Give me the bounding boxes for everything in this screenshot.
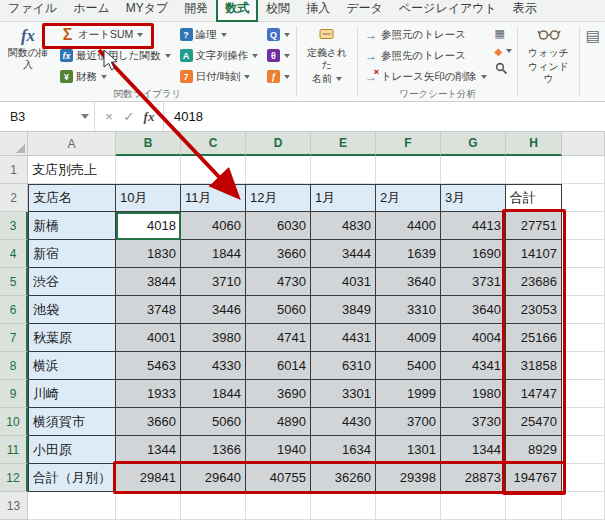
column-header-E[interactable]: E <box>311 132 376 156</box>
cell-C13[interactable] <box>181 492 246 520</box>
text-functions-dropdown-icon[interactable] <box>252 54 258 58</box>
cell-C8[interactable]: 4330 <box>181 352 246 380</box>
cell-H7[interactable]: 25166 <box>506 324 562 352</box>
cell-filler-row-7[interactable] <box>562 324 605 352</box>
cell-F10[interactable]: 3700 <box>376 408 441 436</box>
trace-precedents-button[interactable]: → 参照元のトレース <box>361 24 489 45</box>
cell-B9[interactable]: 1933 <box>116 380 181 408</box>
cell-B13[interactable] <box>116 492 181 520</box>
cell-A11[interactable]: 小田原 <box>28 436 116 464</box>
cell-D9[interactable]: 3690 <box>246 380 311 408</box>
cell-G9[interactable]: 1980 <box>441 380 506 408</box>
cell-D5[interactable]: 4730 <box>246 268 311 296</box>
cell-C5[interactable]: 3710 <box>181 268 246 296</box>
row-header-10[interactable]: 10 <box>0 408 28 436</box>
logical-button[interactable]: ? 論理 <box>177 24 262 45</box>
cell-C6[interactable]: 3446 <box>181 296 246 324</box>
row-header-1[interactable]: 1 <box>0 156 28 184</box>
cell-filler-row-1[interactable] <box>562 156 605 184</box>
cell-G11[interactable]: 1344 <box>441 436 506 464</box>
cell-B1[interactable] <box>116 156 181 184</box>
cell-A1[interactable]: 支店別売上 <box>28 156 116 184</box>
cell-C10[interactable]: 5060 <box>181 408 246 436</box>
column-header-G[interactable]: G <box>441 132 506 156</box>
cell-E7[interactable]: 4431 <box>311 324 376 352</box>
cell-C11[interactable]: 1366 <box>181 436 246 464</box>
row-header-5[interactable]: 5 <box>0 268 28 296</box>
insert-function-fx-button[interactable]: fx <box>139 109 159 125</box>
formula-bar-value[interactable]: 4018 <box>164 102 605 131</box>
cell-A10[interactable]: 横須賀市 <box>28 408 116 436</box>
cell-A2[interactable]: 支店名 <box>28 184 116 212</box>
cell-A9[interactable]: 川崎 <box>28 380 116 408</box>
financial-button[interactable]: ¥ 財務 <box>57 66 174 87</box>
cell-C2[interactable]: 11月 <box>181 184 246 212</box>
cell-A8[interactable]: 横浜 <box>28 352 116 380</box>
ribbon-tab-MYタブ[interactable]: MYタブ <box>118 0 177 21</box>
cell-G6[interactable]: 3640 <box>441 296 506 324</box>
cell-B2[interactable]: 10月 <box>116 184 181 212</box>
row-header-13[interactable]: 13 <box>0 492 28 520</box>
cell-E4[interactable]: 3444 <box>311 240 376 268</box>
cell-C12[interactable]: 29640 <box>181 464 246 492</box>
cell-H3[interactable]: 27751 <box>506 212 562 240</box>
name-box[interactable]: B3 <box>0 102 95 131</box>
trace-dependents-button[interactable]: → 参照先のトレース <box>361 45 489 66</box>
cell-D4[interactable]: 3660 <box>246 240 311 268</box>
cell-H1[interactable] <box>506 156 562 184</box>
cell-F11[interactable]: 1301 <box>376 436 441 464</box>
cell-G3[interactable]: 4413 <box>441 212 506 240</box>
cell-C7[interactable]: 3980 <box>181 324 246 352</box>
cell-A3[interactable]: 新橋 <box>28 212 116 240</box>
cell-E9[interactable]: 3301 <box>311 380 376 408</box>
ribbon-tab-挿入[interactable]: 挿入 <box>298 0 338 21</box>
watch-window-button[interactable]: ウォッチ ウィンドウ <box>521 24 576 88</box>
cell-H11[interactable]: 8929 <box>506 436 562 464</box>
row-header-8[interactable]: 8 <box>0 352 28 380</box>
column-header-F[interactable]: F <box>376 132 441 156</box>
cell-filler-row-11[interactable] <box>562 436 605 464</box>
error-checking-dropdown-icon[interactable] <box>506 49 512 53</box>
name-box-dropdown-icon[interactable] <box>81 114 89 119</box>
cell-D13[interactable] <box>246 492 311 520</box>
cell-filler-row-8[interactable] <box>562 352 605 380</box>
cell-E5[interactable]: 4031 <box>311 268 376 296</box>
more-functions-dropdown-icon[interactable] <box>284 75 290 79</box>
cell-D12[interactable]: 40755 <box>246 464 311 492</box>
row-header-9[interactable]: 9 <box>0 380 28 408</box>
cell-H10[interactable]: 25470 <box>506 408 562 436</box>
ribbon-tab-開発[interactable]: 開発 <box>176 0 216 21</box>
cell-H8[interactable]: 31858 <box>506 352 562 380</box>
ribbon-tab-表示[interactable]: 表示 <box>505 0 545 21</box>
cell-G5[interactable]: 3731 <box>441 268 506 296</box>
autosum-button[interactable]: Σ オートSUM <box>57 24 174 45</box>
ribbon-tab-校閲[interactable]: 校閲 <box>258 0 298 21</box>
cell-C4[interactable]: 1844 <box>181 240 246 268</box>
column-header-B[interactable]: B <box>116 132 181 156</box>
cell-H13[interactable] <box>506 492 562 520</box>
cell-filler-row-2[interactable] <box>562 184 605 212</box>
cell-A4[interactable]: 新宿 <box>28 240 116 268</box>
cell-E10[interactable]: 4430 <box>311 408 376 436</box>
cell-F13[interactable] <box>376 492 441 520</box>
math-trig-button[interactable]: θ <box>264 45 293 66</box>
row-header-12[interactable]: 12 <box>0 464 28 492</box>
row-header-6[interactable]: 6 <box>0 296 28 324</box>
column-header-A[interactable]: A <box>28 132 116 156</box>
cell-G1[interactable] <box>441 156 506 184</box>
cell-B3[interactable]: 4018 <box>116 212 181 240</box>
ribbon-tab-ページレイアウト[interactable]: ページレイアウト <box>391 0 505 21</box>
error-checking-button[interactable]: ◆ <box>493 42 515 60</box>
ribbon-tab-データ[interactable]: データ <box>338 0 391 21</box>
cell-E3[interactable]: 4830 <box>311 212 376 240</box>
row-header-7[interactable]: 7 <box>0 324 28 352</box>
logical-dropdown-icon[interactable] <box>221 33 227 37</box>
cell-filler-row-3[interactable] <box>562 212 605 240</box>
row-header-11[interactable]: 11 <box>0 436 28 464</box>
cell-E2[interactable]: 1月 <box>311 184 376 212</box>
cell-F7[interactable]: 4009 <box>376 324 441 352</box>
cell-F4[interactable]: 1639 <box>376 240 441 268</box>
cell-D2[interactable]: 12月 <box>246 184 311 212</box>
insert-function-button[interactable]: fx 関数の挿入 <box>2 24 54 87</box>
defined-names-button[interactable]: 定義された 名前 <box>300 24 354 88</box>
